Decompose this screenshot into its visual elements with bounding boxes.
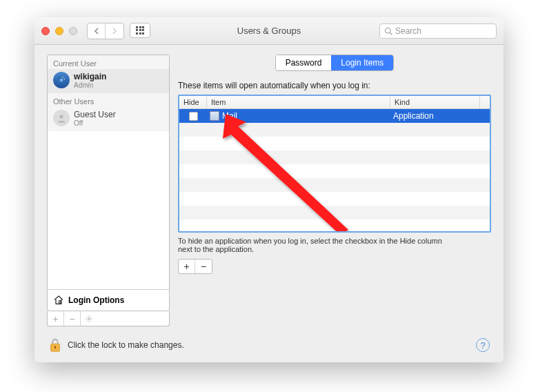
home-icon — [53, 295, 64, 306]
body: Current User wikigain Admin Other Users — [47, 55, 491, 326]
add-remove-bar: + − — [178, 259, 491, 274]
svg-rect-5 — [59, 301, 61, 304]
tab-login-items[interactable]: Login Items — [331, 55, 393, 70]
empty-row — [179, 137, 490, 150]
add-item-button[interactable]: + — [179, 259, 195, 273]
users-groups-window: Users & Groups Search Current User wikig… — [34, 17, 504, 362]
empty-row — [179, 123, 490, 137]
empty-row — [179, 192, 490, 206]
svg-point-0 — [386, 28, 391, 33]
main-panel: Password Login Items These items will op… — [178, 55, 491, 326]
lock-icon[interactable] — [48, 337, 62, 353]
tab-label: Password — [286, 58, 322, 68]
remove-item-button[interactable]: − — [195, 259, 212, 273]
show-all-button[interactable] — [130, 23, 150, 38]
svg-point-3 — [60, 79, 63, 82]
remove-user-button[interactable]: − — [64, 311, 81, 326]
nav-group — [87, 23, 150, 39]
table-row[interactable]: Mail Application — [179, 109, 490, 123]
add-user-button[interactable]: + — [48, 311, 64, 326]
zoom-button[interactable] — [69, 27, 77, 35]
grid-icon — [136, 26, 144, 35]
user-name: wikigain — [74, 72, 106, 81]
tab-password[interactable]: Password — [276, 55, 332, 70]
forward-button[interactable] — [106, 23, 123, 39]
tab-bar: Password Login Items — [178, 55, 491, 71]
gear-icon — [85, 315, 93, 323]
user-role: Off — [74, 119, 116, 127]
sidebar-spacer — [48, 131, 169, 289]
user-role: Admin — [74, 81, 106, 89]
avatar-guest-icon — [53, 110, 70, 126]
sidebar-user-wikigain[interactable]: wikigain Admin — [48, 69, 169, 93]
svg-point-4 — [59, 115, 63, 118]
search-field[interactable]: Search — [379, 23, 497, 39]
login-items-table: Hide Item Kind Mail Application — [178, 95, 491, 233]
footer: Click the lock to make changes. ? — [47, 335, 491, 355]
item-cell: Mail — [207, 111, 390, 121]
empty-row — [179, 164, 490, 178]
content-area: Current User wikigain Admin Other Users — [34, 45, 504, 362]
lock-text: Click the lock to make changes. — [68, 340, 184, 350]
user-list: Current User wikigain Admin Other Users — [47, 55, 170, 311]
empty-row — [179, 178, 490, 192]
table-header: Hide Item Kind — [179, 96, 490, 109]
login-options-label: Login Options — [68, 295, 124, 305]
help-button[interactable]: ? — [476, 338, 490, 352]
traffic-lights — [41, 27, 77, 35]
other-users-header: Other Users — [48, 93, 169, 107]
current-user-header: Current User — [48, 55, 169, 69]
hide-cell — [179, 112, 207, 121]
minimize-button[interactable] — [55, 27, 63, 35]
user-name: Guest User — [74, 110, 116, 119]
item-name: Mail — [222, 111, 237, 121]
svg-line-1 — [390, 32, 392, 35]
nav-back-forward — [87, 23, 124, 39]
sidebar-user-guest[interactable]: Guest User Off — [48, 107, 169, 131]
col-kind[interactable]: Kind — [390, 96, 480, 108]
hide-checkbox[interactable] — [189, 112, 198, 121]
app-icon — [210, 111, 219, 121]
sidebar-toolbar: + − — [47, 311, 170, 326]
titlebar: Users & Groups Search — [34, 17, 504, 45]
svg-point-6 — [88, 317, 90, 320]
login-options-button[interactable]: Login Options — [48, 289, 169, 311]
close-button[interactable] — [41, 27, 50, 35]
tab-label: Login Items — [341, 58, 383, 68]
search-placeholder: Search — [395, 26, 421, 36]
col-scroll — [480, 96, 490, 108]
col-item[interactable]: Item — [207, 96, 390, 108]
svg-rect-10 — [54, 347, 55, 349]
avatar-icon — [53, 72, 70, 88]
sidebar: Current User wikigain Admin Other Users — [47, 55, 170, 326]
search-icon — [384, 27, 392, 35]
empty-row — [179, 150, 490, 164]
hint-text: To hide an application when you log in, … — [178, 237, 454, 253]
description-text: These items will open automatically when… — [178, 81, 491, 90]
col-hide[interactable]: Hide — [179, 96, 207, 108]
empty-row — [179, 219, 490, 233]
empty-row — [179, 206, 490, 219]
action-gear-button[interactable] — [81, 311, 97, 326]
kind-cell: Application — [390, 111, 490, 121]
back-button[interactable] — [88, 23, 106, 39]
